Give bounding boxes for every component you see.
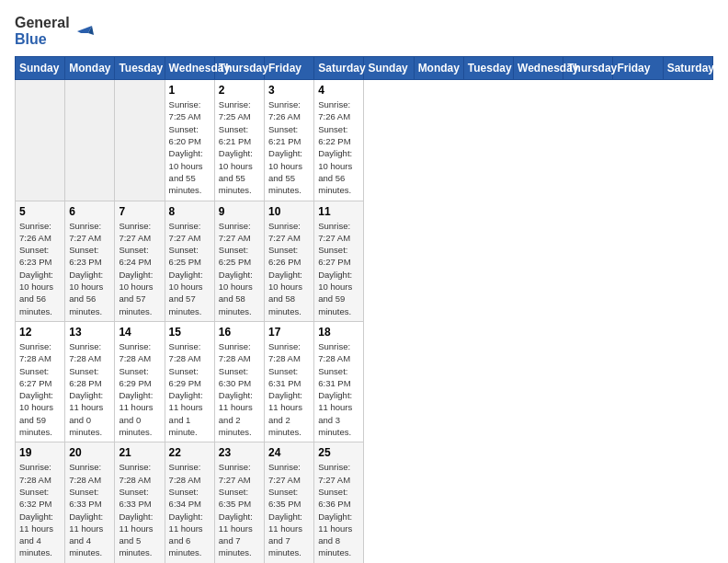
- day-number: 9: [219, 205, 260, 218]
- calendar-cell: 24Sunrise: 7:27 AM Sunset: 6:35 PM Dayli…: [265, 442, 314, 563]
- cell-content: Sunrise: 7:27 AM Sunset: 6:36 PM Dayligh…: [318, 461, 359, 558]
- calendar-cell: 4Sunrise: 7:26 AM Sunset: 6:22 PM Daylig…: [314, 80, 364, 201]
- calendar-table: SundayMondayTuesdayWednesdayThursdayFrid…: [15, 56, 713, 563]
- cell-content: Sunrise: 7:28 AM Sunset: 6:32 PM Dayligh…: [19, 461, 61, 558]
- header-cell-tuesday: Tuesday: [115, 57, 165, 80]
- calendar-cell: 16Sunrise: 7:28 AM Sunset: 6:30 PM Dayli…: [214, 321, 264, 442]
- day-number: 8: [169, 205, 210, 218]
- calendar-cell: 3Sunrise: 7:26 AM Sunset: 6:21 PM Daylig…: [265, 80, 314, 201]
- cell-content: Sunrise: 7:26 AM Sunset: 6:21 PM Dayligh…: [268, 98, 310, 196]
- calendar-cell: 13Sunrise: 7:28 AM Sunset: 6:28 PM Dayli…: [65, 321, 115, 442]
- day-number: 1: [169, 84, 210, 97]
- cell-content: Sunrise: 7:27 AM Sunset: 6:25 PM Dayligh…: [219, 220, 260, 317]
- calendar-cell: 23Sunrise: 7:27 AM Sunset: 6:35 PM Dayli…: [214, 442, 264, 563]
- cell-content: Sunrise: 7:27 AM Sunset: 6:35 PM Dayligh…: [268, 461, 310, 558]
- header-cell-monday: Monday: [65, 57, 115, 80]
- cell-content: Sunrise: 7:25 AM Sunset: 6:20 PM Dayligh…: [169, 98, 210, 196]
- day-number: 24: [268, 446, 310, 459]
- day-number: 12: [19, 326, 61, 339]
- calendar-cell: [115, 80, 165, 201]
- header-thursday: Thursday: [563, 57, 613, 80]
- calendar-cell: 6Sunrise: 7:27 AM Sunset: 6:23 PM Daylig…: [65, 201, 115, 321]
- calendar-cell: 17Sunrise: 7:28 AM Sunset: 6:31 PM Dayli…: [265, 321, 314, 442]
- cell-content: Sunrise: 7:28 AM Sunset: 6:34 PM Dayligh…: [169, 461, 210, 558]
- cell-content: Sunrise: 7:28 AM Sunset: 6:33 PM Dayligh…: [69, 461, 110, 558]
- header-saturday: Saturday: [663, 57, 712, 80]
- day-number: 10: [268, 205, 310, 218]
- calendar-cell: [65, 80, 115, 201]
- day-number: 25: [318, 446, 359, 459]
- week-row-2: 5Sunrise: 7:26 AM Sunset: 6:23 PM Daylig…: [16, 201, 713, 321]
- cell-content: Sunrise: 7:27 AM Sunset: 6:35 PM Dayligh…: [219, 461, 260, 558]
- calendar-cell: 1Sunrise: 7:25 AM Sunset: 6:20 PM Daylig…: [165, 80, 214, 201]
- calendar-cell: 8Sunrise: 7:27 AM Sunset: 6:25 PM Daylig…: [165, 201, 214, 321]
- cell-content: Sunrise: 7:28 AM Sunset: 6:31 PM Dayligh…: [268, 340, 310, 438]
- cell-content: Sunrise: 7:27 AM Sunset: 6:25 PM Dayligh…: [169, 220, 210, 317]
- day-number: 22: [169, 446, 210, 459]
- week-row-1: 1Sunrise: 7:25 AM Sunset: 6:20 PM Daylig…: [16, 80, 713, 201]
- calendar-cell: 10Sunrise: 7:27 AM Sunset: 6:26 PM Dayli…: [265, 201, 314, 321]
- calendar-cell: 12Sunrise: 7:28 AM Sunset: 6:27 PM Dayli…: [16, 321, 65, 442]
- header-monday: Monday: [414, 57, 463, 80]
- cell-content: Sunrise: 7:28 AM Sunset: 6:29 PM Dayligh…: [169, 340, 210, 438]
- header-cell-friday: Friday: [265, 57, 314, 80]
- header-friday: Friday: [613, 57, 663, 80]
- day-number: 13: [69, 326, 110, 339]
- logo-group: General Blue: [15, 15, 96, 47]
- day-number: 16: [219, 326, 260, 339]
- cell-content: Sunrise: 7:28 AM Sunset: 6:29 PM Dayligh…: [119, 340, 160, 438]
- cell-content: Sunrise: 7:27 AM Sunset: 6:27 PM Dayligh…: [318, 220, 359, 317]
- week-row-4: 19Sunrise: 7:28 AM Sunset: 6:32 PM Dayli…: [16, 442, 713, 563]
- header-cell-thursday: Thursday: [214, 57, 264, 80]
- calendar-cell: 5Sunrise: 7:26 AM Sunset: 6:23 PM Daylig…: [16, 201, 65, 321]
- cell-content: Sunrise: 7:28 AM Sunset: 6:27 PM Dayligh…: [19, 340, 61, 438]
- header-cell-sunday: Sunday: [16, 57, 65, 80]
- logo-bird-icon: [74, 20, 96, 42]
- header-cell-saturday: Saturday: [314, 57, 364, 80]
- day-number: 20: [69, 446, 110, 459]
- header-sunday: Sunday: [364, 57, 414, 80]
- day-number: 14: [119, 326, 160, 339]
- cell-content: Sunrise: 7:27 AM Sunset: 6:26 PM Dayligh…: [268, 220, 310, 317]
- day-number: 19: [19, 446, 61, 459]
- calendar-cell: 11Sunrise: 7:27 AM Sunset: 6:27 PM Dayli…: [314, 201, 364, 321]
- header-wednesday: Wednesday: [514, 57, 563, 80]
- cell-content: Sunrise: 7:27 AM Sunset: 6:23 PM Dayligh…: [69, 220, 110, 317]
- cell-content: Sunrise: 7:28 AM Sunset: 6:28 PM Dayligh…: [69, 340, 110, 438]
- day-number: 23: [219, 446, 260, 459]
- cell-content: Sunrise: 7:28 AM Sunset: 6:33 PM Dayligh…: [119, 461, 160, 558]
- calendar-cell: 20Sunrise: 7:28 AM Sunset: 6:33 PM Dayli…: [65, 442, 115, 563]
- day-number: 17: [268, 326, 310, 339]
- cell-content: Sunrise: 7:25 AM Sunset: 6:21 PM Dayligh…: [219, 98, 260, 196]
- cell-content: Sunrise: 7:28 AM Sunset: 6:30 PM Dayligh…: [219, 340, 260, 438]
- day-number: 2: [219, 84, 260, 97]
- header-cell-wednesday: Wednesday: [165, 57, 214, 80]
- cell-content: Sunrise: 7:28 AM Sunset: 6:31 PM Dayligh…: [318, 340, 359, 438]
- calendar-cell: 25Sunrise: 7:27 AM Sunset: 6:36 PM Dayli…: [314, 442, 364, 563]
- calendar-cell: 19Sunrise: 7:28 AM Sunset: 6:32 PM Dayli…: [16, 442, 65, 563]
- cell-content: Sunrise: 7:26 AM Sunset: 6:22 PM Dayligh…: [318, 98, 359, 196]
- calendar-cell: 2Sunrise: 7:25 AM Sunset: 6:21 PM Daylig…: [214, 80, 264, 201]
- calendar-cell: 15Sunrise: 7:28 AM Sunset: 6:29 PM Dayli…: [165, 321, 214, 442]
- day-number: 7: [119, 205, 160, 218]
- page-header: General Blue: [15, 15, 713, 47]
- day-number: 18: [318, 326, 359, 339]
- day-number: 11: [318, 205, 359, 218]
- logo-general: General: [15, 15, 70, 31]
- day-number: 5: [19, 205, 61, 218]
- calendar-cell: 18Sunrise: 7:28 AM Sunset: 6:31 PM Dayli…: [314, 321, 364, 442]
- cell-content: Sunrise: 7:27 AM Sunset: 6:24 PM Dayligh…: [119, 220, 160, 317]
- week-row-3: 12Sunrise: 7:28 AM Sunset: 6:27 PM Dayli…: [16, 321, 713, 442]
- logo-blue: Blue: [15, 31, 70, 48]
- day-number: 6: [69, 205, 110, 218]
- cell-content: Sunrise: 7:26 AM Sunset: 6:23 PM Dayligh…: [19, 220, 61, 317]
- calendar-cell: 14Sunrise: 7:28 AM Sunset: 6:29 PM Dayli…: [115, 321, 165, 442]
- day-number: 3: [268, 84, 310, 97]
- header-row: SundayMondayTuesdayWednesdayThursdayFrid…: [16, 57, 713, 80]
- calendar-cell: [16, 80, 65, 201]
- header-tuesday: Tuesday: [463, 57, 513, 80]
- calendar-cell: 22Sunrise: 7:28 AM Sunset: 6:34 PM Dayli…: [165, 442, 214, 563]
- day-number: 15: [169, 326, 210, 339]
- calendar-cell: 9Sunrise: 7:27 AM Sunset: 6:25 PM Daylig…: [214, 201, 264, 321]
- calendar-cell: 21Sunrise: 7:28 AM Sunset: 6:33 PM Dayli…: [115, 442, 165, 563]
